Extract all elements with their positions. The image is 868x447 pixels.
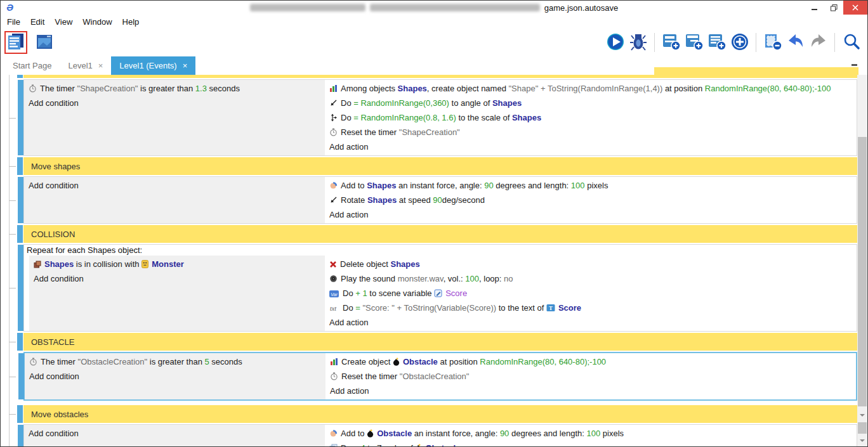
action-line[interactable]: Add to Shapes an instant force, angle: 9… <box>325 179 857 193</box>
toolbar-separator <box>654 33 655 52</box>
text-segment: Reset the timer <box>341 372 400 381</box>
tab-close-icon[interactable]: × <box>183 61 188 70</box>
action-line[interactable]: VarDo + 1 to scene variable Score <box>325 287 857 301</box>
scroll-down-button[interactable] <box>857 410 867 420</box>
scroll-down-button[interactable] <box>857 436 867 445</box>
repeat-header[interactable]: Repeat for each Shapes object: <box>24 245 857 256</box>
text-segment: Add to <box>341 181 367 190</box>
add-comment-button[interactable] <box>707 32 727 53</box>
comment-row[interactable]: COLLISION <box>23 225 857 243</box>
event-row[interactable]: Add conditionAdd to Shapes an instant fo… <box>23 176 857 224</box>
scrollbar-block[interactable] <box>858 422 867 434</box>
menu-help[interactable]: Help <box>122 17 140 27</box>
add-condition[interactable]: Add condition <box>24 427 325 440</box>
menu-window[interactable]: Window <box>82 17 112 27</box>
add-condition[interactable]: Add condition <box>25 370 326 383</box>
event-row[interactable]: The timer "ShapeCreation" is greater tha… <box>23 79 857 156</box>
conditions-cell[interactable]: Add condition <box>24 425 325 447</box>
vertical-scrollbar[interactable] <box>857 75 867 446</box>
gutter-tick <box>9 288 16 288</box>
search-button[interactable] <box>841 32 861 53</box>
text-segment: 100 <box>465 274 479 283</box>
delete-event-button[interactable] <box>763 32 782 53</box>
actions-cell[interactable]: Add to Obstacle an instant force, angle:… <box>325 425 857 447</box>
menu-edit[interactable]: Edit <box>30 17 44 27</box>
text-segment: Rotate <box>341 195 367 205</box>
event-row[interactable]: The timer "ObstacleCreation" is greater … <box>23 352 857 401</box>
condition-line[interactable]: The timer "ObstacleCreation" is greater … <box>25 355 326 370</box>
add-subevent-button[interactable] <box>684 32 704 53</box>
actions-cell[interactable]: Among objects Shapes, create object name… <box>325 80 857 155</box>
tab-level1[interactable]: Level1× <box>60 56 111 75</box>
minimize-button[interactable] <box>805 1 824 15</box>
conditions-cell[interactable]: The timer "ObstacleCreation" is greater … <box>25 353 326 399</box>
add-action[interactable]: Add action <box>326 384 856 398</box>
tab-close-icon[interactable]: × <box>98 61 103 70</box>
action-line[interactable]: Reset the timer "ShapeCreation" <box>325 126 857 140</box>
tab-start-page[interactable]: Start Page <box>4 56 60 75</box>
actions-cell[interactable]: Add to Shapes an instant force, angle: 9… <box>325 177 857 223</box>
close-icon <box>852 4 858 11</box>
text-action-icon: txt <box>329 302 339 316</box>
conditions-cell[interactable]: The timer "ShapeCreation" is greater tha… <box>24 80 325 155</box>
scrollbar-thumb[interactable] <box>858 137 867 406</box>
action-line[interactable]: Add to Obstacle an instant force, angle:… <box>325 427 857 441</box>
window-controls <box>805 1 867 15</box>
window-title: game.json.autosave <box>1 1 867 15</box>
comment-row[interactable]: Move shapes <box>23 157 857 175</box>
action-line[interactable]: Among objects Shapes, create object name… <box>325 82 857 96</box>
action-line[interactable]: Reset the timer "ObstacleCreation" <box>326 370 856 384</box>
action-line[interactable]: Delete object Shapes <box>325 257 857 272</box>
debug-button[interactable] <box>628 32 648 53</box>
menu-file[interactable]: File <box>7 17 20 27</box>
add-action[interactable]: Add action <box>325 208 857 221</box>
event-body: Add conditionAdd to Shapes an instant fo… <box>24 177 857 223</box>
text-segment: = 4 <box>353 443 365 447</box>
add-condition[interactable]: Add condition <box>24 179 325 192</box>
tab-level1-events-[interactable]: Level1 (Events)× <box>111 56 195 75</box>
timer-icon <box>29 83 37 96</box>
action-line[interactable]: Do = 4 to Z-order of Obstacle <box>325 441 857 447</box>
action-line[interactable]: Play the sound monster.wav, vol.: 100, l… <box>325 272 857 287</box>
add-action[interactable]: Add action <box>325 140 857 153</box>
restore-button[interactable] <box>824 1 843 15</box>
sound-icon <box>329 273 338 287</box>
comment-row[interactable]: Move obstacles <box>23 405 857 423</box>
action-line[interactable]: txtDo = "Score: " + ToString(Variable(Sc… <box>325 301 857 316</box>
add-other-button[interactable] <box>730 32 749 53</box>
add-condition[interactable]: Add condition <box>24 96 325 110</box>
scene-editor-button[interactable] <box>33 31 56 54</box>
action-line[interactable]: Create object Obstacle at position Rando… <box>326 355 856 370</box>
text-segment: , vol.: <box>444 274 466 283</box>
condition-line[interactable]: Shapes is in collision with Monster <box>29 257 325 272</box>
action-line[interactable]: Do = RandomInRange(0,360) to angle of Sh… <box>325 96 857 111</box>
action-line[interactable]: Do = RandomInRange(0.8, 1.6) to the scal… <box>325 111 857 126</box>
conditions-cell[interactable]: Shapes is in collision with MonsterAdd c… <box>29 256 325 331</box>
partial-comment-row[interactable] <box>23 75 857 78</box>
tab-label: Level1 (Events) <box>119 61 176 70</box>
redo-button[interactable] <box>808 32 828 53</box>
comment-row[interactable]: OBSTACLE <box>23 333 857 351</box>
play-button[interactable] <box>605 32 625 53</box>
event-row[interactable]: Add conditionAdd to Obstacle an instant … <box>23 424 857 447</box>
add-condition[interactable]: Add condition <box>29 272 325 285</box>
condition-line[interactable]: The timer "ShapeCreation" is greater tha… <box>24 82 325 96</box>
menu-view[interactable]: View <box>55 17 72 27</box>
text-segment: 1.3 <box>195 84 207 93</box>
action-line[interactable]: Rotate Shapes at speed 90deg/second <box>325 193 857 208</box>
event-row[interactable]: Repeat for each Shapes object:Shapes is … <box>23 244 857 332</box>
scene-variable-icon <box>434 288 442 301</box>
undo-button[interactable] <box>786 32 805 53</box>
add-action[interactable]: Add action <box>325 316 857 329</box>
add-event-button[interactable] <box>661 32 681 53</box>
arrow-down-icon <box>860 414 865 419</box>
actions-cell[interactable]: Delete object ShapesPlay the sound monst… <box>325 256 857 331</box>
conditions-cell[interactable]: Add condition <box>24 177 325 223</box>
event-body: The timer "ShapeCreation" is greater tha… <box>24 80 857 155</box>
force-icon <box>329 428 338 441</box>
close-button[interactable] <box>843 1 867 15</box>
actions-cell[interactable]: Create object Obstacle at position Rando… <box>326 353 856 399</box>
text-segment: Monster <box>152 259 184 269</box>
search-icon <box>842 32 861 53</box>
events-editor-button[interactable] <box>4 31 27 54</box>
